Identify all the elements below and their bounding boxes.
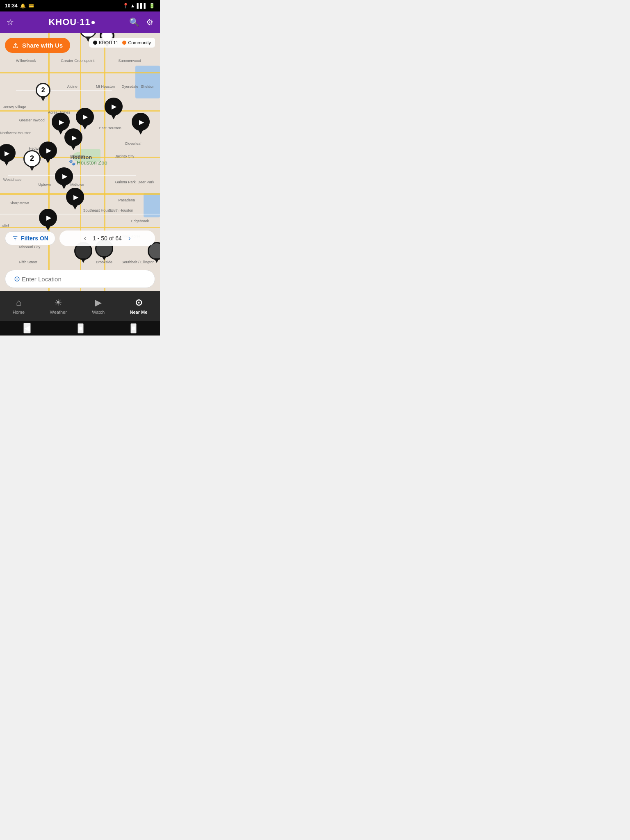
map-pin-2-left[interactable]: 2 [23,150,41,167]
map-pin-video-4[interactable]: ▶ [132,113,150,131]
battery-icon: 🔋 [149,3,155,9]
legend-khou11: KHOU 11 [93,40,118,45]
share-with-us-button[interactable]: Share with Us [5,38,70,53]
location-status-icon: 📍 [123,3,129,9]
map-pin-video-5[interactable]: ▶ [64,128,82,146]
legend-dot-community [122,41,126,45]
status-icons: 📍 ▲ ▌▌▌ 🔋 [123,3,155,9]
prev-page-button[interactable]: ‹ [84,235,86,242]
app-header: ☆ KHOU·11 🔍 ⚙ [0,11,160,33]
near-me-nav-icon: ⊙ [135,297,142,308]
favorite-button[interactable]: ☆ [7,17,14,27]
legend-community: Community [122,40,151,45]
water-body [135,66,160,98]
bottom-navigation: ⌂ Home ☀ Weather ▶ Watch ⊙ Near Me [0,291,160,321]
sim-icon: 💳 [28,3,34,9]
map-pin-video-10[interactable]: ▶ [0,144,16,162]
pagination: ‹ 1 - 50 of 64 › [59,231,155,246]
nav-home[interactable]: ⌂ Home [6,296,31,316]
map-pin-video-7[interactable]: ▶ [55,167,73,185]
status-time: 10:34 🔔 💳 [5,3,34,9]
legend-dot-khou [93,41,97,45]
zoo-icon: 🐾 Houston Zoo [69,160,107,166]
filter-label: Filters ON [21,235,48,242]
signal-icon: ▌▌▌ [137,3,147,9]
pagination-text: 1 - 50 of 64 [93,235,122,242]
weather-nav-label: Weather [50,310,66,315]
upload-icon [12,42,19,49]
time-display: 10:34 [5,3,18,9]
map-container[interactable]: Champion Humble Willowbrook Greater Gree… [0,33,160,291]
map-pin-video-3[interactable]: ▶ [105,98,123,116]
nav-weather[interactable]: ☀ Weather [43,296,73,316]
nav-near-me[interactable]: ⊙ Near Me [123,296,154,316]
road-sm-h1 [16,90,112,91]
map-legend: KHOU 11 Community [89,38,155,48]
watch-nav-label: Watch [92,310,105,315]
filters-button[interactable]: Filters ON [5,231,55,245]
weather-nav-icon: ☀ [54,297,62,308]
map-pin-video-2[interactable]: ▶ [76,108,94,126]
near-me-nav-label: Near Me [130,310,147,315]
system-recent-button[interactable]: ■ [130,323,137,333]
nav-watch[interactable]: ▶ Watch [85,296,111,316]
map-pin-video-8[interactable]: ▶ [66,188,84,206]
filter-bar: Filters ON ‹ 1 - 50 of 64 › [0,231,160,246]
location-input-icon: ⊙ [14,274,20,283]
system-back-button[interactable]: ◀ [23,323,31,333]
home-nav-label: Home [13,310,25,315]
map-pin-video-9[interactable]: ▶ [39,209,57,227]
status-bar: 10:34 🔔 💳 📍 ▲ ▌▌▌ 🔋 [0,0,160,11]
home-nav-icon: ⌂ [16,297,21,308]
filter-icon [12,235,18,242]
location-input[interactable] [5,270,155,288]
search-button[interactable]: 🔍 [129,17,139,27]
system-home-button[interactable]: ● [78,323,84,333]
notification-icon: 🔔 [20,3,26,9]
header-right: 🔍 ⚙ [129,17,153,27]
map-pin-video-6[interactable]: ▶ [39,142,57,160]
location-input-container: ⊙ [5,270,155,288]
map-pin-2-top[interactable]: 2 [80,33,97,38]
app-logo: KHOU·11 [48,17,94,27]
watch-nav-icon: ▶ [95,297,102,308]
next-page-button[interactable]: › [128,235,130,242]
settings-button[interactable]: ⚙ [146,17,153,27]
header-left: ☆ [7,17,14,27]
wifi-icon: ▲ [130,3,135,9]
system-nav-bar: ◀ ● ■ [0,321,160,336]
road-sm-h3 [0,214,160,215]
map-pin-cluster-2a[interactable]: 2 [36,83,50,98]
